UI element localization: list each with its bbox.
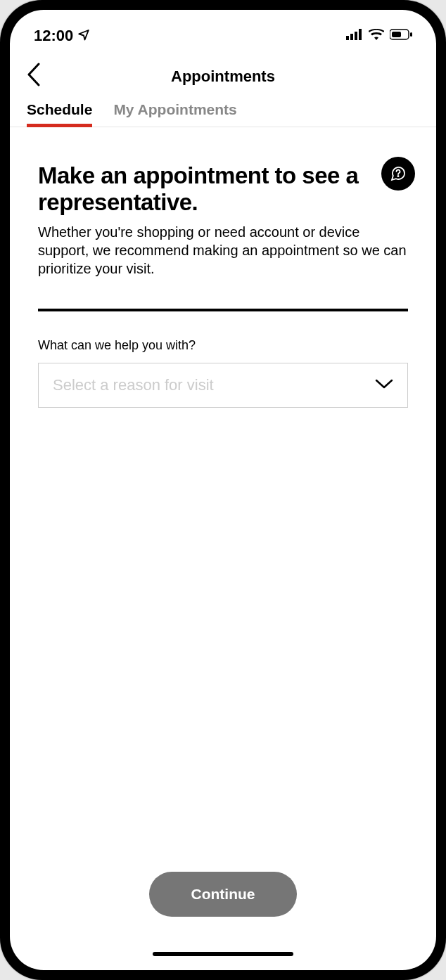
svg-point-7 xyxy=(397,176,398,176)
svg-rect-2 xyxy=(355,32,357,40)
reason-select[interactable]: Select a reason for visit xyxy=(38,363,408,408)
page-title: Appointments xyxy=(171,67,275,86)
continue-button[interactable]: Continue xyxy=(149,872,298,917)
main-subheading: Whether you're shopping or need account … xyxy=(38,223,408,278)
screen: 12:00 Appointments xyxy=(10,10,436,970)
location-arrow-icon xyxy=(77,27,90,45)
cellular-icon xyxy=(346,29,363,43)
home-indicator[interactable] xyxy=(153,952,293,956)
svg-rect-0 xyxy=(346,36,349,40)
status-time: 12:00 xyxy=(34,27,73,45)
content: Make an appointment to see a representat… xyxy=(10,127,436,970)
divider xyxy=(38,309,408,311)
svg-rect-3 xyxy=(359,29,362,40)
status-left: 12:00 xyxy=(34,27,90,45)
bottom-area: Continue xyxy=(10,872,436,970)
status-bar: 12:00 xyxy=(10,10,436,52)
chevron-down-icon xyxy=(375,378,393,392)
battery-icon xyxy=(390,29,412,43)
field-label: What can we help you with? xyxy=(38,338,408,353)
svg-rect-5 xyxy=(392,32,401,37)
tab-my-appointments[interactable]: My Appointments xyxy=(113,100,236,127)
svg-rect-6 xyxy=(410,32,412,37)
back-button[interactable] xyxy=(27,63,41,89)
status-right xyxy=(346,29,412,43)
svg-rect-1 xyxy=(350,34,353,40)
help-button[interactable] xyxy=(381,157,415,191)
select-placeholder: Select a reason for visit xyxy=(53,376,214,394)
device-frame: 12:00 Appointments xyxy=(0,0,446,980)
tabs: Schedule My Appointments xyxy=(10,100,436,127)
tab-schedule[interactable]: Schedule xyxy=(27,100,92,127)
main-heading: Make an appointment to see a representat… xyxy=(38,162,408,216)
wifi-icon xyxy=(369,29,384,43)
nav-header: Appointments xyxy=(10,52,436,100)
